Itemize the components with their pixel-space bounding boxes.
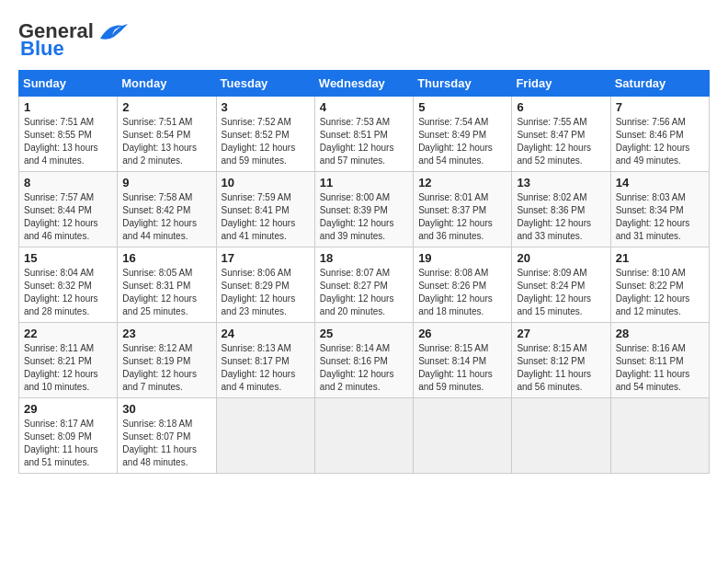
day-info: Sunrise: 8:17 AMSunset: 8:09 PMDaylight:… [24, 418, 112, 469]
calendar-cell: 25Sunrise: 8:14 AMSunset: 8:16 PMDayligh… [314, 323, 413, 398]
day-info: Sunrise: 7:58 AMSunset: 8:42 PMDaylight:… [122, 191, 210, 243]
calendar-cell: 14Sunrise: 8:03 AMSunset: 8:34 PMDayligh… [610, 172, 709, 247]
calendar-cell [414, 398, 512, 474]
day-info: Sunrise: 7:52 AMSunset: 8:52 PMDaylight:… [222, 116, 310, 167]
day-number: 4 [320, 100, 408, 114]
day-number: 10 [222, 176, 310, 190]
weekday-header-thursday: Thursday [414, 71, 512, 97]
calendar-cell: 8Sunrise: 7:57 AMSunset: 8:44 PMDaylight… [19, 172, 118, 247]
day-number: 22 [24, 327, 112, 340]
day-info: Sunrise: 7:57 AMSunset: 8:44 PMDaylight:… [24, 191, 112, 243]
weekday-header-sunday: Sunday [19, 71, 118, 97]
day-info: Sunrise: 8:01 AMSunset: 8:37 PMDaylight:… [418, 191, 506, 243]
day-info: Sunrise: 8:06 AMSunset: 8:29 PMDaylight:… [222, 267, 310, 318]
calendar-cell: 30Sunrise: 8:18 AMSunset: 8:07 PMDayligh… [118, 398, 216, 474]
calendar-cell: 24Sunrise: 8:13 AMSunset: 8:17 PMDayligh… [216, 323, 314, 398]
calendar-cell: 12Sunrise: 8:01 AMSunset: 8:37 PMDayligh… [414, 172, 512, 247]
calendar-cell [512, 398, 610, 474]
day-number: 24 [222, 327, 310, 340]
calendar-cell: 20Sunrise: 8:09 AMSunset: 8:24 PMDayligh… [512, 247, 610, 323]
calendar-cell: 22Sunrise: 8:11 AMSunset: 8:21 PMDayligh… [19, 323, 118, 398]
calendar-cell [216, 398, 314, 474]
logo-blue: Blue [20, 37, 64, 61]
calendar-cell: 16Sunrise: 8:05 AMSunset: 8:31 PMDayligh… [118, 247, 216, 323]
day-number: 27 [517, 327, 605, 340]
day-info: Sunrise: 8:11 AMSunset: 8:21 PMDaylight:… [24, 342, 112, 394]
calendar-cell: 23Sunrise: 8:12 AMSunset: 8:19 PMDayligh… [118, 323, 216, 398]
day-info: Sunrise: 8:18 AMSunset: 8:07 PMDaylight:… [122, 418, 210, 469]
day-number: 9 [122, 176, 210, 190]
weekday-header-monday: Monday [118, 71, 216, 97]
day-number: 19 [418, 251, 506, 265]
day-number: 12 [418, 176, 506, 190]
calendar-cell: 19Sunrise: 8:08 AMSunset: 8:26 PMDayligh… [414, 247, 512, 323]
day-number: 26 [418, 327, 506, 340]
calendar-cell: 10Sunrise: 7:59 AMSunset: 8:41 PMDayligh… [216, 172, 314, 247]
day-info: Sunrise: 8:13 AMSunset: 8:17 PMDaylight:… [222, 342, 310, 394]
day-number: 5 [418, 100, 506, 114]
day-number: 18 [320, 251, 408, 265]
day-info: Sunrise: 7:54 AMSunset: 8:49 PMDaylight:… [418, 116, 506, 167]
day-info: Sunrise: 7:55 AMSunset: 8:47 PMDaylight:… [517, 116, 605, 167]
calendar-cell: 15Sunrise: 8:04 AMSunset: 8:32 PMDayligh… [19, 247, 118, 323]
day-info: Sunrise: 8:03 AMSunset: 8:34 PMDaylight:… [616, 191, 704, 243]
calendar-cell: 3Sunrise: 7:52 AMSunset: 8:52 PMDaylight… [216, 97, 314, 172]
day-info: Sunrise: 8:00 AMSunset: 8:39 PMDaylight:… [320, 191, 408, 243]
calendar-cell: 5Sunrise: 7:54 AMSunset: 8:49 PMDaylight… [414, 97, 512, 172]
day-number: 16 [122, 251, 210, 265]
calendar-cell: 4Sunrise: 7:53 AMSunset: 8:51 PMDaylight… [314, 97, 413, 172]
calendar-cell: 11Sunrise: 8:00 AMSunset: 8:39 PMDayligh… [314, 172, 413, 247]
day-number: 23 [122, 327, 210, 340]
day-number: 3 [222, 100, 310, 114]
weekday-header-row: SundayMondayTuesdayWednesdayThursdayFrid… [19, 71, 710, 97]
day-number: 28 [616, 327, 704, 340]
day-info: Sunrise: 8:02 AMSunset: 8:36 PMDaylight:… [517, 191, 605, 243]
day-info: Sunrise: 7:56 AMSunset: 8:46 PMDaylight:… [616, 116, 704, 167]
day-number: 25 [320, 327, 408, 340]
calendar-cell: 18Sunrise: 8:07 AMSunset: 8:27 PMDayligh… [314, 247, 413, 323]
calendar-cell: 21Sunrise: 8:10 AMSunset: 8:22 PMDayligh… [610, 247, 709, 323]
calendar-week-row: 29Sunrise: 8:17 AMSunset: 8:09 PMDayligh… [19, 398, 710, 474]
calendar-cell [314, 398, 413, 474]
day-info: Sunrise: 8:12 AMSunset: 8:19 PMDaylight:… [122, 342, 210, 394]
day-number: 2 [122, 100, 210, 114]
day-number: 1 [24, 100, 112, 114]
day-info: Sunrise: 8:15 AMSunset: 8:14 PMDaylight:… [418, 342, 506, 394]
calendar: SundayMondayTuesdayWednesdayThursdayFrid… [18, 70, 710, 474]
weekday-header-friday: Friday [512, 71, 610, 97]
calendar-week-row: 15Sunrise: 8:04 AMSunset: 8:32 PMDayligh… [19, 247, 710, 323]
day-number: 30 [122, 402, 210, 416]
calendar-cell: 7Sunrise: 7:56 AMSunset: 8:46 PMDaylight… [610, 97, 709, 172]
day-number: 20 [517, 251, 605, 265]
day-number: 11 [320, 176, 408, 190]
day-info: Sunrise: 8:09 AMSunset: 8:24 PMDaylight:… [517, 267, 605, 318]
day-info: Sunrise: 7:53 AMSunset: 8:51 PMDaylight:… [320, 116, 408, 167]
calendar-week-row: 22Sunrise: 8:11 AMSunset: 8:21 PMDayligh… [19, 323, 710, 398]
calendar-cell [610, 398, 709, 474]
logo-bird-icon [96, 18, 131, 44]
day-info: Sunrise: 8:05 AMSunset: 8:31 PMDaylight:… [122, 267, 210, 318]
day-number: 15 [24, 251, 112, 265]
calendar-cell: 26Sunrise: 8:15 AMSunset: 8:14 PMDayligh… [414, 323, 512, 398]
calendar-cell: 17Sunrise: 8:06 AMSunset: 8:29 PMDayligh… [216, 247, 314, 323]
header: General Blue [18, 18, 710, 61]
weekday-header-saturday: Saturday [610, 71, 709, 97]
calendar-week-row: 1Sunrise: 7:51 AMSunset: 8:55 PMDaylight… [19, 97, 710, 172]
day-info: Sunrise: 7:51 AMSunset: 8:55 PMDaylight:… [24, 116, 112, 167]
calendar-cell: 1Sunrise: 7:51 AMSunset: 8:55 PMDaylight… [19, 97, 118, 172]
calendar-cell: 13Sunrise: 8:02 AMSunset: 8:36 PMDayligh… [512, 172, 610, 247]
logo: General Blue [18, 18, 131, 61]
calendar-cell: 27Sunrise: 8:15 AMSunset: 8:12 PMDayligh… [512, 323, 610, 398]
weekday-header-tuesday: Tuesday [216, 71, 314, 97]
calendar-cell: 28Sunrise: 8:16 AMSunset: 8:11 PMDayligh… [610, 323, 709, 398]
calendar-cell: 29Sunrise: 8:17 AMSunset: 8:09 PMDayligh… [19, 398, 118, 474]
calendar-cell: 6Sunrise: 7:55 AMSunset: 8:47 PMDaylight… [512, 97, 610, 172]
calendar-week-row: 8Sunrise: 7:57 AMSunset: 8:44 PMDaylight… [19, 172, 710, 247]
day-number: 17 [222, 251, 310, 265]
day-number: 8 [24, 176, 112, 190]
calendar-cell: 9Sunrise: 7:58 AMSunset: 8:42 PMDaylight… [118, 172, 216, 247]
day-number: 7 [616, 100, 704, 114]
day-info: Sunrise: 8:04 AMSunset: 8:32 PMDaylight:… [24, 267, 112, 318]
day-info: Sunrise: 8:14 AMSunset: 8:16 PMDaylight:… [320, 342, 408, 394]
day-info: Sunrise: 8:16 AMSunset: 8:11 PMDaylight:… [616, 342, 704, 394]
